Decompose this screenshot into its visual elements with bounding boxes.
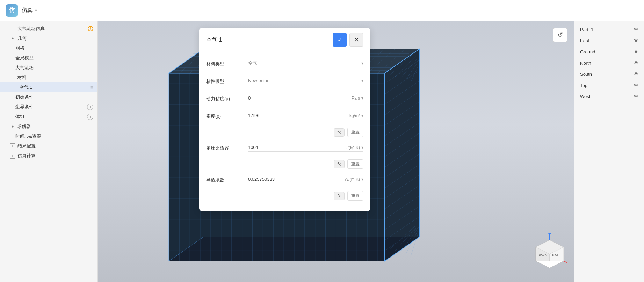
sidebar-label: 初始条件 xyxy=(15,94,93,100)
visibility-icon[interactable]: 👁 xyxy=(634,49,638,55)
reset-view-button[interactable]: ↺ xyxy=(553,28,567,42)
sidebar-item-time-step[interactable]: 时间步&资源 xyxy=(0,131,97,141)
expand-icon: + xyxy=(10,124,15,129)
unit-dropdown-icon[interactable]: ▾ xyxy=(361,113,363,118)
add-icon[interactable]: + xyxy=(87,114,93,120)
sidebar: − 大气流场仿真 ! + 几何 网格 全局模型 大气流场 − 材料 空气 1 ≡ xyxy=(0,21,98,282)
visibility-icon[interactable]: 👁 xyxy=(634,27,638,32)
sidebar-item-result-config[interactable]: + 结果配置 xyxy=(0,141,97,151)
unit-dropdown-icon[interactable]: ▾ xyxy=(361,177,363,182)
viscosity-model-value[interactable]: Newtonian ▾ xyxy=(248,78,363,85)
dynamic-viscosity-input[interactable] xyxy=(248,95,352,101)
visibility-icon[interactable]: 👁 xyxy=(634,71,638,77)
right-panel-label: South xyxy=(580,72,634,77)
unit-dropdown-icon[interactable]: ▾ xyxy=(361,145,363,150)
sidebar-label: 边界条件 xyxy=(15,104,87,110)
sidebar-label: 体组 xyxy=(15,114,87,120)
back-label: BACK xyxy=(539,253,547,256)
thermal-cond-fx-button[interactable]: fx xyxy=(334,192,345,200)
add-icon[interactable]: + xyxy=(87,104,93,110)
specific-heat-reset-button[interactable]: 重置 xyxy=(347,159,363,169)
app-icon: 仿 xyxy=(6,4,18,17)
axis-widget: BACK RIGHT Z X xyxy=(529,233,567,272)
main-layout: − 大气流场仿真 ! + 几何 网格 全局模型 大气流场 − 材料 空气 1 ≡ xyxy=(0,21,644,282)
visibility-icon[interactable]: 👁 xyxy=(634,82,638,88)
chevron-down-icon: ▾ xyxy=(361,78,363,83)
dialog-body: 材料类型 空气 ▾ 粘性模型 Newtonian ▾ xyxy=(199,52,370,211)
app-title: 仿真 xyxy=(22,7,33,14)
specific-heat-fx-row: fx 重置 xyxy=(206,159,363,169)
viewport[interactable]: ↺ BACK RIGHT Z xyxy=(98,21,574,282)
sidebar-item-global-model[interactable]: 全局模型 xyxy=(0,53,97,63)
top-bar: 仿 仿真 ▾ xyxy=(0,0,644,21)
sidebar-item-sim-calc[interactable]: + 仿真计算 xyxy=(0,151,97,161)
sidebar-item-air1[interactable]: 空气 1 ≡ xyxy=(0,82,97,92)
collapse-icon: − xyxy=(10,75,15,80)
specific-heat-input[interactable] xyxy=(248,145,346,150)
sidebar-label: 仿真计算 xyxy=(17,153,93,159)
density-value: kg/m³ ▾ xyxy=(248,113,363,120)
dialog-title: 空气 1 xyxy=(206,36,333,44)
menu-icon[interactable]: ≡ xyxy=(90,84,93,91)
collapse-icon: − xyxy=(10,26,15,31)
right-panel-label: Top xyxy=(580,83,634,88)
thermal-cond-input[interactable] xyxy=(248,176,345,182)
sidebar-item-atm-field[interactable]: 大气流场 xyxy=(0,63,97,73)
material-type-row: 材料类型 空气 ▾ xyxy=(206,58,363,70)
visibility-icon[interactable]: 👁 xyxy=(634,60,638,66)
sidebar-item-solver[interactable]: + 求解器 xyxy=(0,122,97,131)
density-input[interactable] xyxy=(248,113,349,118)
axis-svg: BACK RIGHT Z X xyxy=(529,233,567,272)
right-panel-label: Part_1 xyxy=(580,27,634,32)
right-panel-label: Ground xyxy=(580,49,634,55)
sidebar-label: 几何 xyxy=(17,35,93,42)
right-panel-item-west[interactable]: West 👁 xyxy=(574,91,644,102)
thermal-cond-unit: W/(m·K) xyxy=(345,177,360,182)
unit-dropdown-icon[interactable]: ▾ xyxy=(361,96,363,101)
confirm-icon: ✓ xyxy=(338,37,342,43)
right-panel-item-part1[interactable]: Part_1 👁 xyxy=(574,24,644,35)
sidebar-label: 材料 xyxy=(17,74,93,81)
right-panel-item-south[interactable]: South 👁 xyxy=(574,68,644,80)
dynamic-viscosity-value: Pa.s ▾ xyxy=(248,95,363,102)
density-fx-button[interactable]: fx xyxy=(334,128,345,137)
right-label: RIGHT xyxy=(552,253,561,256)
density-label: 密度(ρ) xyxy=(206,113,248,120)
sidebar-item-boundary-cond[interactable]: 边界条件 + xyxy=(0,102,97,112)
sidebar-item-material[interactable]: − 材料 xyxy=(0,73,97,82)
dialog-header: 空气 1 ✓ ✕ xyxy=(199,28,370,52)
dialog-confirm-button[interactable]: ✓ xyxy=(333,33,347,47)
right-panel-item-top[interactable]: Top 👁 xyxy=(574,80,644,91)
thermal-cond-reset-button[interactable]: 重置 xyxy=(347,191,363,201)
dialog-close-button[interactable]: ✕ xyxy=(349,33,363,47)
visibility-icon[interactable]: 👁 xyxy=(634,94,638,99)
viscosity-unit: Pa.s xyxy=(352,96,360,101)
svg-line-109 xyxy=(564,261,567,265)
viscosity-model-row: 粘性模型 Newtonian ▾ xyxy=(206,75,363,88)
visibility-icon[interactable]: 👁 xyxy=(634,38,638,43)
sidebar-label: 空气 1 xyxy=(20,84,89,91)
expand-icon: + xyxy=(10,143,15,149)
dynamic-viscosity-row: 动力粘度(μ) Pa.s ▾ xyxy=(206,93,363,105)
center-area: ↺ BACK RIGHT Z xyxy=(98,21,574,282)
topbar-chevron-icon[interactable]: ▾ xyxy=(35,8,37,13)
sidebar-item-grid[interactable]: 网格 xyxy=(0,43,97,53)
warning-badge: ! xyxy=(88,26,93,31)
thermal-cond-fx-row: fx 重置 xyxy=(206,191,363,201)
density-reset-button[interactable]: 重置 xyxy=(347,128,363,137)
sidebar-label: 求解器 xyxy=(17,123,93,130)
specific-heat-fx-button[interactable]: fx xyxy=(334,160,345,168)
sidebar-item-atm-sim[interactable]: − 大气流场仿真 ! xyxy=(0,24,97,34)
right-panel-item-north[interactable]: North 👁 xyxy=(574,57,644,68)
right-panel-label: West xyxy=(580,94,634,99)
sidebar-item-initial-cond[interactable]: 初始条件 xyxy=(0,92,97,102)
sidebar-item-geometry[interactable]: + 几何 xyxy=(0,34,97,43)
sidebar-item-body-group[interactable]: 体组 + xyxy=(0,112,97,122)
material-type-value[interactable]: 空气 ▾ xyxy=(248,60,363,68)
right-panel-item-east[interactable]: East 👁 xyxy=(574,35,644,46)
specific-heat-label: 定压比热容 xyxy=(206,145,248,151)
sidebar-label: 网格 xyxy=(15,45,93,51)
right-panel-item-ground[interactable]: Ground 👁 xyxy=(574,46,644,57)
material-type-text: 空气 xyxy=(248,60,361,66)
specific-heat-value: J/(kg·K) ▾ xyxy=(248,145,363,152)
